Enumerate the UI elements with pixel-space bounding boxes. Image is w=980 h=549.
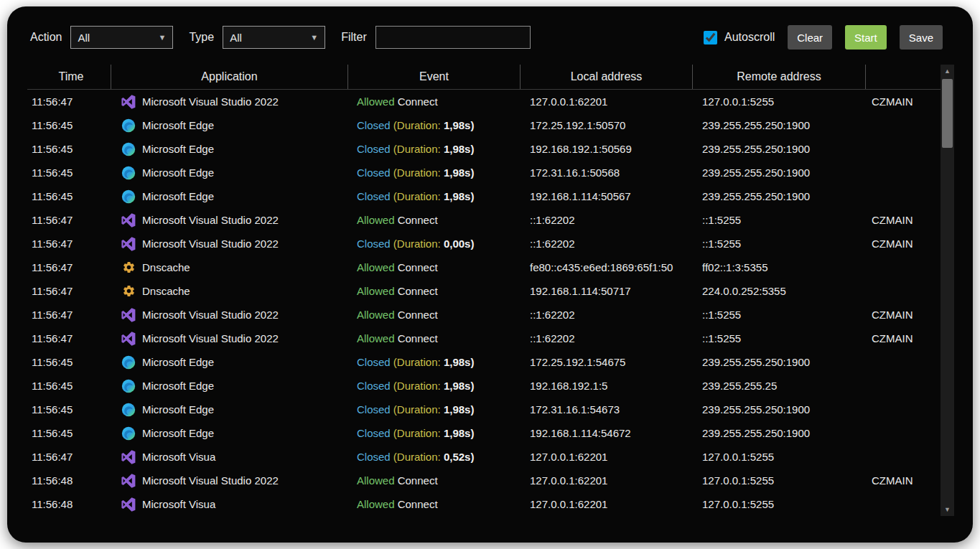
cell-local-address: ::1:62202 — [521, 332, 693, 344]
cell-host: CZMAIN — [866, 214, 941, 226]
autoscroll-label: Autoscroll — [724, 31, 775, 44]
table-row[interactable]: 11:56:47 Microsoft Visual Studio 2022 Cl… — [27, 232, 954, 255]
cell-time: 11:56:45 — [27, 190, 111, 202]
cell-time: 11:56:47 — [27, 451, 111, 463]
table-row[interactable]: 11:56:45 Microsoft Edge Closed (Duration… — [27, 161, 954, 184]
table-row[interactable]: 11:56:45 Microsoft Edge Closed (Duration… — [27, 184, 954, 208]
log-rows: 11:56:47 Microsoft Visual Studio 2022 Al… — [27, 90, 954, 516]
visual-studio-icon — [121, 332, 136, 346]
cell-remote-address: ::1:5255 — [693, 332, 866, 344]
cell-event: Allowed Connect — [348, 309, 521, 321]
cell-remote-address: 239.255.255.250:1900 — [693, 143, 866, 155]
chevron-down-icon: ▼ — [159, 34, 167, 42]
cell-app-name: Microsoft Visual Studio 2022 — [142, 332, 279, 344]
cell-remote-address: 127.0.0.1:5255 — [693, 474, 866, 487]
cell-application: Microsoft Visua — [111, 497, 348, 512]
cell-app-name: Microsoft Visua — [142, 451, 215, 463]
column-header-event[interactable]: Event — [348, 65, 521, 89]
edge-icon — [121, 118, 136, 133]
cell-local-address: ::1:62202 — [521, 309, 693, 321]
cell-app-name: Microsoft Visua — [142, 498, 215, 510]
cell-event: Closed (Duration: 0,52s) — [348, 451, 521, 463]
column-header-application[interactable]: Application — [111, 65, 348, 89]
cell-remote-address: 127.0.0.1:5255 — [693, 498, 866, 510]
cell-local-address: 192.168.1.114:50567 — [521, 190, 693, 202]
vertical-scrollbar[interactable]: ▲ ▼ — [941, 65, 954, 516]
gear-icon — [121, 261, 136, 275]
cell-host: CZMAIN — [866, 474, 941, 487]
table-row[interactable]: 11:56:47 Dnscache Allowed Connect fe80::… — [27, 255, 954, 279]
cell-app-name: Microsoft Edge — [142, 119, 214, 131]
scrollbar-thumb[interactable] — [942, 79, 953, 148]
cell-application: Dnscache — [111, 261, 348, 275]
app-window: Action All ▼ Type All ▼ Filter Autoscrol… — [7, 6, 973, 543]
cell-local-address: 192.168.1.114:54672 — [521, 427, 693, 439]
cell-application: Microsoft Visual Studio 2022 — [111, 332, 348, 346]
column-header-remote-address[interactable]: Remote address — [693, 65, 866, 89]
table-row[interactable]: 11:56:48 Microsoft Visual Studio 2022 Al… — [27, 469, 954, 492]
cell-application: Microsoft Edge — [111, 166, 348, 180]
cell-remote-address: ::1:5255 — [693, 214, 866, 226]
cell-time: 11:56:45 — [27, 380, 111, 392]
table-row[interactable]: 11:56:47 Microsoft Visual Studio 2022 Al… — [27, 208, 954, 232]
table-row[interactable]: 11:56:45 Microsoft Edge Closed (Duration… — [27, 398, 954, 421]
table-row[interactable]: 11:56:47 Microsoft Visual Studio 2022 Al… — [27, 90, 954, 113]
column-header-time[interactable]: Time — [27, 65, 111, 89]
cell-event: Closed (Duration: 1,98s) — [348, 190, 521, 202]
column-header-host[interactable] — [866, 65, 941, 89]
cell-app-name: Microsoft Edge — [142, 403, 214, 416]
table-row[interactable]: 11:56:45 Microsoft Edge Closed (Duration… — [27, 113, 954, 137]
cell-remote-address: 239.255.255.250:1900 — [693, 166, 866, 179]
gear-icon — [121, 284, 136, 299]
edge-icon — [121, 355, 136, 370]
cell-time: 11:56:47 — [27, 332, 111, 344]
cell-time: 11:56:48 — [27, 498, 111, 510]
table-row[interactable]: 11:56:47 Microsoft Visua Closed (Duratio… — [27, 445, 954, 469]
table-row[interactable]: 11:56:47 Microsoft Visual Studio 2022 Al… — [27, 303, 954, 327]
type-dropdown[interactable]: All ▼ — [223, 26, 325, 49]
cell-application: Microsoft Visual Studio 2022 — [111, 95, 348, 109]
filter-label: Filter — [341, 31, 367, 44]
start-button[interactable]: Start — [845, 25, 887, 50]
table-row[interactable]: 11:56:47 Microsoft Visual Studio 2022 Al… — [27, 327, 954, 350]
cell-remote-address: ::1:5255 — [693, 309, 866, 321]
cell-app-name: Microsoft Edge — [142, 427, 214, 439]
cell-local-address: ::1:62202 — [521, 214, 693, 226]
table-row[interactable]: 11:56:45 Microsoft Edge Closed (Duration… — [27, 137, 954, 161]
toolbar-right-group: Autoscroll Clear Start Save — [704, 25, 943, 50]
table-row[interactable]: 11:56:45 Microsoft Edge Closed (Duration… — [27, 374, 954, 398]
cell-event: Closed (Duration: 1,98s) — [348, 356, 521, 368]
filter-input[interactable] — [375, 26, 531, 49]
cell-time: 11:56:47 — [27, 261, 111, 273]
scroll-up-icon[interactable]: ▲ — [941, 65, 954, 78]
cell-local-address: 127.0.0.1:62201 — [521, 474, 693, 487]
cell-event: Closed (Duration: 1,98s) — [348, 119, 521, 131]
table-row[interactable]: 11:56:45 Microsoft Edge Closed (Duration… — [27, 421, 954, 445]
cell-local-address: 172.31.16.1:50568 — [521, 166, 693, 179]
save-button[interactable]: Save — [900, 25, 943, 50]
cell-application: Microsoft Edge — [111, 426, 348, 441]
table-row[interactable]: 11:56:45 Microsoft Edge Closed (Duration… — [27, 350, 954, 374]
cell-app-name: Microsoft Visual Studio 2022 — [142, 238, 279, 250]
cell-app-name: Microsoft Visual Studio 2022 — [142, 309, 279, 321]
edge-icon — [121, 189, 136, 204]
column-header-local-address[interactable]: Local address — [521, 65, 693, 89]
table-row[interactable]: 11:56:47 Dnscache Allowed Connect 192.16… — [27, 279, 954, 303]
table-row[interactable]: 11:56:48 Microsoft Visua Allowed Connect… — [27, 492, 954, 516]
cell-application: Microsoft Visual Studio 2022 — [111, 308, 348, 322]
cell-event: Allowed Connect — [348, 285, 521, 297]
autoscroll-checkbox[interactable] — [704, 31, 717, 44]
cell-event: Closed (Duration: 1,98s) — [348, 403, 521, 416]
type-label: Type — [189, 31, 214, 44]
cell-application: Microsoft Edge — [111, 142, 348, 156]
scroll-down-icon[interactable]: ▼ — [941, 503, 954, 516]
edge-icon — [121, 166, 136, 180]
cell-app-name: Dnscache — [142, 285, 190, 297]
action-dropdown[interactable]: All ▼ — [70, 26, 173, 49]
clear-button[interactable]: Clear — [788, 25, 832, 50]
cell-host: CZMAIN — [866, 332, 941, 344]
cell-local-address: 127.0.0.1:62201 — [521, 95, 693, 108]
cell-time: 11:56:48 — [27, 474, 111, 487]
cell-remote-address: ff02::1:3:5355 — [693, 261, 866, 273]
visual-studio-icon — [121, 450, 136, 464]
